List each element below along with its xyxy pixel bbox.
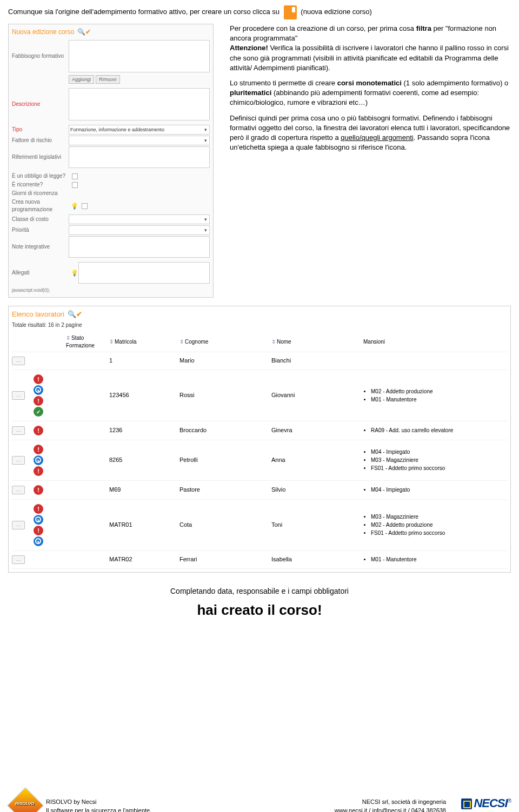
- table-row: …MATR02FerrariIsabellaM01 - Manutentore: [12, 551, 507, 569]
- new-course-icon: [284, 5, 297, 19]
- status-icon: [34, 455, 43, 465]
- label-crea: Crea nuova programmazione: [12, 198, 69, 213]
- label-tipo: Tipo: [12, 126, 69, 133]
- sort-icon: ⇕: [109, 338, 114, 346]
- table-header: ⇕Stato Formazione ⇕Matricola ⇕Cognome ⇕N…: [12, 332, 507, 352]
- row-menu-button: …: [12, 391, 25, 400]
- label-classe: Classe di costo: [12, 216, 69, 223]
- conclusion-text: Completando data, responsabile e i campi…: [8, 586, 511, 620]
- bulb-icon: 💡: [71, 269, 78, 277]
- status-icon: [34, 485, 43, 495]
- row-menu-button: …: [12, 555, 25, 564]
- table-row: …MATR01CotaToniM03 - MagazziniereM02 - A…: [12, 500, 507, 551]
- matricola-cell: 1: [109, 357, 179, 365]
- row-menu-button: …: [12, 426, 25, 435]
- row-menu-button: …: [12, 357, 25, 365]
- label-descrizione: Descrizione: [12, 100, 69, 108]
- table-row: …M69PastoreSilvioM04 - Impiegato: [12, 481, 507, 500]
- mansioni-cell: M04 - Impiegato: [363, 486, 507, 494]
- matricola-cell: 1236: [109, 426, 179, 434]
- matricola-cell: M69: [109, 486, 179, 494]
- search-confirm-icon: 🔍✔: [77, 28, 91, 37]
- matricola-cell: 123456: [109, 391, 179, 399]
- conclusion-line1: Completando data, responsabile e i campi…: [8, 586, 511, 597]
- sort-icon: ⇕: [271, 338, 276, 346]
- search-confirm-icon: 🔍✔: [68, 310, 82, 319]
- label-obbligo: È un obbligo di legge?: [12, 172, 69, 180]
- status-url: javascript:void(0);: [12, 287, 210, 294]
- crea-check: [82, 203, 88, 209]
- tipo-field: Formazione, informazione e addestramento: [69, 125, 210, 135]
- nome-cell: Bianchi: [271, 357, 363, 365]
- matricola-cell: 8265: [109, 456, 179, 464]
- mansioni-cell: M03 - MagazziniereM02 - Addetto produzio…: [363, 513, 507, 538]
- form-screenshot: Nuova edizione corso 🔍✔ Fabbisogno forma…: [8, 24, 214, 298]
- status-icon: [34, 385, 43, 395]
- bulb-icon: 💡: [71, 202, 78, 210]
- note-field: [69, 236, 210, 258]
- explanation-text: Per procedere con la creazione di un cor…: [230, 24, 511, 158]
- label-giorni: Giorni di ricorrenza: [12, 190, 69, 197]
- priorita-field: [69, 225, 210, 235]
- status-icon: [34, 445, 43, 454]
- matricola-cell: MATR02: [109, 555, 179, 563]
- cognome-cell: Mario: [179, 357, 271, 365]
- classe-field: [69, 214, 210, 224]
- status-icon: [34, 504, 43, 514]
- necsi-logo: NECSI®: [461, 795, 511, 812]
- table-title: Elenco lavoratori 🔍✔: [12, 310, 507, 319]
- footer: RISOLVO RISOLVO by Necsi Il software per…: [8, 793, 511, 812]
- intro-before: Comunque sia l'origine dell'adempimento …: [8, 8, 280, 16]
- table-row: …123456RossiGiovanniM02 - Addetto produz…: [12, 370, 507, 421]
- necsi-icon: [461, 798, 472, 809]
- allegati-field: [78, 262, 210, 284]
- table-row: …8265PetrolliAnnaM04 - ImpiegatoM03 - Ma…: [12, 440, 507, 481]
- nome-cell: Ginevra: [271, 426, 363, 434]
- label-note: Note integrative: [12, 243, 69, 251]
- riferimenti-field: [69, 146, 210, 168]
- cognome-cell: Ferrari: [179, 555, 271, 563]
- mansioni-cell: M04 - ImpiegatoM03 - MagazziniereFS01 - …: [363, 448, 507, 473]
- row-menu-button: …: [12, 521, 25, 529]
- fattore-field: [69, 136, 210, 145]
- label-fattore: Fattore di rischio: [12, 137, 69, 144]
- fabbisogno-field: [69, 40, 210, 72]
- status-icon: [34, 426, 43, 435]
- row-menu-button: …: [12, 456, 25, 465]
- status-icon: [34, 396, 43, 406]
- conclusion-line2: hai creato il corso!: [8, 600, 511, 620]
- mansioni-cell: M01 - Manutentore: [363, 555, 507, 564]
- add-button: Aggiungi: [69, 75, 94, 84]
- mansioni-cell: M02 - Addetto produzioneM01 - Manutentor…: [363, 387, 507, 404]
- status-icon: [34, 407, 43, 417]
- nome-cell: Isabella: [271, 555, 363, 563]
- status-icon: [34, 515, 43, 525]
- matricola-cell: MATR01: [109, 521, 179, 529]
- nome-cell: Anna: [271, 456, 363, 464]
- cognome-cell: Cota: [179, 521, 271, 529]
- intro-text: Comunque sia l'origine dell'adempimento …: [8, 5, 511, 19]
- sort-icon: ⇕: [66, 334, 70, 342]
- cognome-cell: Broccardo: [179, 426, 271, 434]
- label-fabbisogno: Fabbisogno formativo: [12, 52, 69, 60]
- label-ricorrente: È ricorrente?: [12, 181, 69, 189]
- label-priorita: Priorità: [12, 226, 69, 234]
- cognome-cell: Rossi: [179, 391, 271, 399]
- nome-cell: Giovanni: [271, 391, 363, 399]
- form-title: Nuova edizione corso 🔍✔: [12, 28, 210, 37]
- worker-list-screenshot: Elenco lavoratori 🔍✔ Totale risultati: 1…: [8, 306, 511, 573]
- status-icon: [34, 526, 43, 535]
- label-allegati: Allegati: [12, 269, 69, 277]
- nome-cell: Toni: [271, 521, 363, 529]
- cognome-cell: Petrolli: [179, 456, 271, 464]
- sort-icon: ⇕: [179, 338, 184, 346]
- remove-button: Rimuovi: [96, 75, 120, 84]
- risolvo-logo: RISOLVO: [7, 787, 44, 812]
- status-icon: [34, 536, 43, 546]
- row-menu-button: …: [12, 486, 25, 494]
- intro-after: (nuova edizione corso): [301, 8, 372, 16]
- ricorrente-check: [72, 182, 78, 188]
- status-icon: [34, 374, 43, 384]
- cognome-cell: Pastore: [179, 486, 271, 494]
- obbligo-check: [72, 173, 78, 179]
